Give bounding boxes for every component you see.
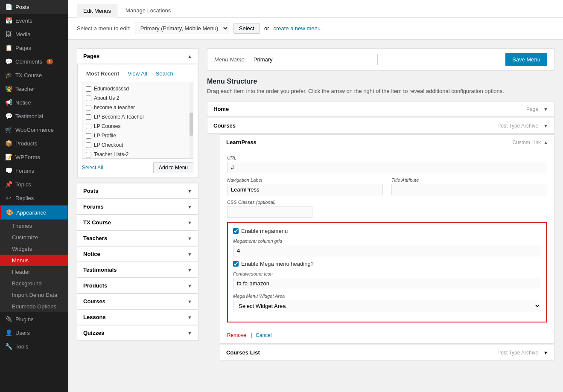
remove-link[interactable]: Remove <box>227 332 246 338</box>
submenu-themes[interactable]: Themes <box>0 220 68 232</box>
css-classes-input[interactable] <box>227 206 312 218</box>
create-new-menu-link[interactable]: create a new menu. <box>273 25 322 32</box>
sidebar-item-replies[interactable]: ↩ Replies <box>0 191 68 205</box>
quizzes-section-label: Quizzes <box>83 330 104 336</box>
menu-item-courses-list: Courses List Post Type Archive ▼ <box>220 345 554 360</box>
sidebar-item-posts[interactable]: 📄 Posts <box>0 0 68 14</box>
sidebar-item-pages[interactable]: 📋 Pages <box>0 41 68 55</box>
forums-accordion-header[interactable]: Forums ▼ <box>77 199 198 215</box>
page-checkbox-6[interactable] <box>86 142 91 148</box>
cancel-link[interactable]: Cancel <box>256 332 271 338</box>
page-checkbox-2[interactable] <box>86 105 91 110</box>
top-bar: Select a menu to edit: Primary (Primary,… <box>68 17 563 40</box>
tab-edit-menus[interactable]: Edit Menus <box>77 4 117 17</box>
submenu-header[interactable]: Header <box>0 266 68 278</box>
sidebar-item-events[interactable]: 📅 Events <box>0 14 68 27</box>
testimonials-accordion-header[interactable]: Testimonials ▼ <box>77 262 198 278</box>
enable-megamenu-checkbox[interactable] <box>233 228 239 234</box>
page-item: LP Profile <box>82 131 193 140</box>
select-button[interactable]: Select <box>233 23 260 34</box>
sidebar-item-testimonial[interactable]: 💬 Testimonial <box>0 109 68 123</box>
sidebar-item-wpforms[interactable]: 📝 WPForms <box>0 150 68 164</box>
nav-label-label: Navigation Label <box>227 177 383 183</box>
notice-accordion-header[interactable]: Notice ▼ <box>77 247 198 262</box>
products-accordion-header[interactable]: Products ▼ <box>77 278 198 293</box>
pages-content: Most Recent View All Search Edumodsdsssd <box>77 64 198 178</box>
lessons-accordion-header[interactable]: Lessons ▼ <box>77 310 198 325</box>
page-checkbox-0[interactable] <box>86 86 91 92</box>
sidebar-item-appearance[interactable]: 🎨 Appearance <box>0 205 68 220</box>
home-chevron-icon[interactable]: ▼ <box>543 107 548 112</box>
learnpress-header[interactable]: LearnPress Custom Link ▲ <box>220 135 554 150</box>
sidebar-item-comments[interactable]: 💬 Comments 1 <box>0 55 68 68</box>
sidebar-item-topics[interactable]: 📌 Topics <box>0 177 68 191</box>
teachers-arrow: ▼ <box>187 236 192 241</box>
sidebar-item-products[interactable]: 📦 Products <box>0 136 68 150</box>
sidebar-item-users[interactable]: 👤 Users <box>0 326 68 340</box>
quizzes-accordion-header[interactable]: Quizzes ▼ <box>77 325 198 341</box>
title-attr-input[interactable] <box>391 184 547 195</box>
sidebar-item-woocommerce[interactable]: 🛒 WooCommerce <box>0 123 68 136</box>
page-item: About Us 2 <box>82 93 193 103</box>
courses-chevron-icon[interactable]: ▼ <box>543 123 548 128</box>
courses-accordion-header[interactable]: Courses ▼ <box>77 294 198 309</box>
page-checkbox-7[interactable] <box>86 152 91 157</box>
pages-list: Edumodsdsssd About Us 2 become a teacher <box>82 82 193 159</box>
sidebar-item-forums[interactable]: 💭 Forums <box>0 164 68 177</box>
sidebar-item-teacher[interactable]: 👩‍🏫 Teacher <box>0 82 68 96</box>
url-label: URL <box>227 155 547 160</box>
submenu-edumodo[interactable]: Edumodo Options <box>0 301 68 312</box>
subtab-most-recent[interactable]: Most Recent <box>82 69 123 78</box>
submenu-customize[interactable]: Customize <box>0 232 68 243</box>
save-menu-button[interactable]: Save Menu <box>505 53 547 66</box>
sidebar-item-media[interactable]: 🖼 Media <box>0 27 68 41</box>
enable-heading-checkbox[interactable] <box>233 261 239 267</box>
page-item: LP Become A Teacher <box>82 112 193 122</box>
teachers-accordion-header[interactable]: Teachers ▼ <box>77 231 198 246</box>
pages-accordion-header[interactable]: Pages ▲ <box>77 49 198 64</box>
submenu-menus[interactable]: Menus <box>0 255 68 266</box>
scrollbar-thumb[interactable] <box>190 113 193 135</box>
page-checkbox-4[interactable] <box>86 124 91 129</box>
sidebar-item-tx-course[interactable]: 🎓 TX Course <box>0 68 68 82</box>
menu-item-home-type: Page <box>526 106 538 112</box>
sidebar-item-tools[interactable]: 🔧 Tools <box>0 340 68 353</box>
menu-item-courses-header[interactable]: Courses Post Type Archive ▼ <box>207 118 554 133</box>
learnpress-chevron-icon[interactable]: ▲ <box>543 140 548 145</box>
courses-section-label: Courses <box>83 298 105 305</box>
menu-item-courses-title: Courses <box>213 122 236 129</box>
courses-list-chevron-icon[interactable]: ▼ <box>543 350 548 355</box>
submenu-background[interactable]: Background <box>0 278 68 289</box>
menu-name-input[interactable] <box>250 54 378 65</box>
megamenu-column-grid-input[interactable] <box>233 245 541 256</box>
teachers-section-label: Teachers <box>83 235 107 241</box>
nav-label-input[interactable] <box>227 184 383 195</box>
subtab-search[interactable]: Search <box>152 69 178 78</box>
tab-manage-locations[interactable]: Manage Locations <box>119 3 177 17</box>
page-checkbox-1[interactable] <box>86 96 91 101</box>
widget-area-select[interactable]: Select Widget Area <box>233 300 541 312</box>
menu-select-dropdown[interactable]: Primary (Primary, Mobile Menu) <box>135 23 229 34</box>
tx-course-icon: 🎓 <box>5 72 12 78</box>
courses-list-header[interactable]: Courses List Post Type Archive ▼ <box>220 345 554 360</box>
media-icon: 🖼 <box>5 31 12 38</box>
submenu-import-demo[interactable]: Import Demo Data <box>0 289 68 301</box>
menu-item-home-header[interactable]: Home Page ▼ <box>207 102 554 116</box>
posts-accordion-header[interactable]: Posts ▼ <box>77 183 198 199</box>
subtab-view-all[interactable]: View All <box>123 69 151 78</box>
page-checkbox-3[interactable] <box>86 114 91 120</box>
sidebar-item-notice[interactable]: 📢 Notice <box>0 96 68 109</box>
notice-icon: 📢 <box>5 99 12 106</box>
url-input[interactable] <box>227 162 547 173</box>
sidebar-item-plugins[interactable]: 🔌 Plugins <box>0 312 68 326</box>
notice-section-label: Notice <box>83 251 100 257</box>
add-to-menu-button[interactable]: Add to Menu <box>153 162 193 173</box>
submenu-widgets[interactable]: Widgets <box>0 243 68 255</box>
fontawesome-icon-input[interactable] <box>233 278 541 289</box>
page-label-6: LP Checkout <box>94 142 123 148</box>
tx-course-accordion-header[interactable]: TX Course ▼ <box>77 215 198 230</box>
page-checkbox-5[interactable] <box>86 133 91 139</box>
testimonials-arrow: ▼ <box>187 267 192 273</box>
or-text: or <box>264 25 269 32</box>
select-all-link[interactable]: Select All <box>82 165 103 171</box>
